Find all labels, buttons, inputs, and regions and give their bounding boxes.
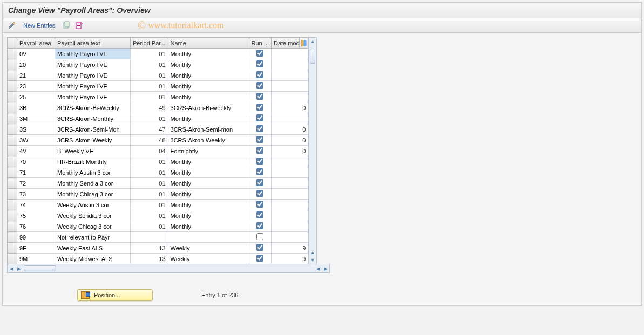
cell-run[interactable] [249, 92, 271, 102]
cell-area[interactable]: 9E [17, 243, 55, 254]
cell-run[interactable] [249, 70, 271, 81]
run-checkbox[interactable] [256, 158, 263, 165]
row-selector[interactable] [8, 156, 17, 167]
cell-name[interactable]: Weekly [168, 254, 249, 264]
cell-name[interactable]: Monthly [168, 156, 249, 167]
cell-text[interactable]: Monthly Payroll VE [55, 59, 131, 70]
row-selector[interactable] [8, 243, 17, 254]
cell-run[interactable] [249, 232, 271, 243]
cell-period[interactable]: 01 [131, 178, 168, 189]
col-date-modified[interactable]: Date modi... [271, 38, 308, 49]
run-checkbox[interactable] [256, 50, 263, 57]
run-checkbox[interactable] [256, 71, 263, 78]
cell-name[interactable]: Monthly [168, 59, 249, 70]
cell-date[interactable] [271, 49, 308, 59]
row-selector[interactable] [8, 210, 17, 221]
cell-name[interactable]: 3CRS-Akron-Semi-mon [168, 124, 249, 135]
cell-date[interactable] [271, 178, 308, 189]
cell-period[interactable]: 04 [131, 146, 168, 156]
cell-text[interactable]: Monthly Austin 3 cor [55, 167, 131, 178]
cell-text[interactable]: Weekly Sendia 3 cor [55, 210, 131, 221]
cell-date[interactable] [271, 156, 308, 167]
table-settings-icon[interactable] [299, 38, 308, 49]
cell-area[interactable]: 74 [17, 200, 55, 210]
cell-period[interactable]: 01 [131, 59, 168, 70]
cell-run[interactable] [249, 243, 271, 254]
row-selector[interactable] [8, 146, 17, 156]
run-checkbox[interactable] [256, 60, 263, 67]
cell-run[interactable] [249, 200, 271, 210]
cell-period[interactable]: 01 [131, 156, 168, 167]
col-payroll-area[interactable]: Payroll area [17, 38, 55, 49]
cell-period[interactable]: 47 [131, 124, 168, 135]
cell-name[interactable]: Monthly [168, 221, 249, 232]
cell-text[interactable]: Monthly Payroll VE [55, 92, 131, 102]
scroll-up-icon[interactable]: ▲ [309, 38, 316, 45]
horizontal-scrollbar[interactable]: ◀ ▶ ◀ ▶ [7, 264, 330, 273]
scroll-right2-icon[interactable]: ▶ [322, 265, 329, 272]
cell-date[interactable]: 0 [271, 124, 308, 135]
cell-date[interactable]: 9 [271, 243, 308, 254]
cell-date[interactable] [271, 210, 308, 221]
cell-text[interactable]: 3CRS-Akron-Bi-Weekly [55, 102, 131, 113]
cell-area[interactable]: 21 [17, 70, 55, 81]
cell-name[interactable]: Monthly [168, 200, 249, 210]
cell-date[interactable]: 0 [271, 102, 308, 113]
cell-text[interactable]: Weekly Midwest ALS [55, 254, 131, 264]
cell-run[interactable] [249, 59, 271, 70]
cell-date[interactable] [271, 221, 308, 232]
cell-date[interactable] [271, 189, 308, 200]
cell-date[interactable] [271, 81, 308, 92]
cell-period[interactable]: 01 [131, 92, 168, 102]
cell-period[interactable]: 01 [131, 49, 168, 59]
scroll-left2-icon[interactable]: ◀ [314, 265, 322, 272]
run-checkbox[interactable] [256, 82, 263, 89]
cell-date[interactable] [271, 113, 308, 124]
cell-area[interactable]: 4V [17, 146, 55, 156]
cell-run[interactable] [249, 135, 271, 146]
vertical-scrollbar[interactable]: ▲ ▲ ▼ [308, 37, 317, 264]
cell-run[interactable] [249, 49, 271, 59]
cell-area[interactable]: 9M [17, 254, 55, 264]
cell-name[interactable]: Monthly [168, 210, 249, 221]
cell-period[interactable]: 01 [131, 200, 168, 210]
run-checkbox[interactable] [256, 211, 263, 218]
run-checkbox[interactable] [256, 114, 263, 121]
cell-period[interactable]: 48 [131, 135, 168, 146]
cell-text[interactable]: Monthly Payroll VE [55, 81, 131, 92]
col-payroll-text[interactable]: Payroll area text [55, 38, 131, 49]
cell-text[interactable]: Monthly Chicag 3 cor [55, 189, 131, 200]
run-checkbox[interactable] [256, 168, 263, 175]
cell-area[interactable]: 23 [17, 81, 55, 92]
cell-area[interactable]: 71 [17, 167, 55, 178]
cell-text[interactable]: HR-Brazil: Monthly [55, 156, 131, 167]
scroll-left-icon[interactable]: ◀ [8, 265, 15, 272]
cell-run[interactable] [249, 81, 271, 92]
cell-period[interactable]: 01 [131, 113, 168, 124]
row-selector[interactable] [8, 221, 17, 232]
row-selector[interactable] [8, 81, 17, 92]
run-checkbox[interactable] [256, 255, 263, 262]
run-checkbox[interactable] [256, 104, 263, 111]
cell-date[interactable] [271, 167, 308, 178]
row-selector[interactable] [8, 59, 17, 70]
cell-date[interactable] [271, 59, 308, 70]
cell-date[interactable] [271, 70, 308, 81]
cell-area[interactable]: 73 [17, 189, 55, 200]
cell-run[interactable] [249, 254, 271, 264]
cell-area[interactable]: 70 [17, 156, 55, 167]
cell-date[interactable]: 9 [271, 254, 308, 264]
run-checkbox[interactable] [256, 190, 263, 197]
cell-date[interactable] [271, 232, 308, 243]
cell-area[interactable]: 3S [17, 124, 55, 135]
cell-name[interactable]: Weekly [168, 243, 249, 254]
cell-name[interactable]: Monthly [168, 167, 249, 178]
position-button[interactable]: Position... [77, 289, 153, 301]
cell-text[interactable]: Not relevant to Payr [55, 232, 131, 243]
scroll-row-down-icon[interactable]: ▼ [309, 256, 316, 264]
run-checkbox[interactable] [256, 93, 263, 100]
col-period[interactable]: Period Par... [131, 38, 168, 49]
cell-area[interactable]: 3M [17, 113, 55, 124]
toggle-icon[interactable] [7, 20, 17, 30]
cell-area[interactable]: 3W [17, 135, 55, 146]
